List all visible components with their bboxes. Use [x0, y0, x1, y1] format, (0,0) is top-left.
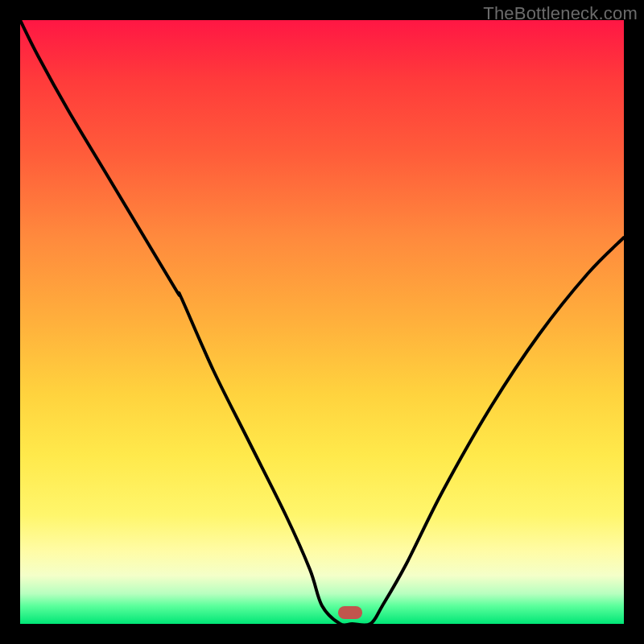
- plot-area: [20, 20, 624, 624]
- bottleneck-curve: [20, 20, 624, 624]
- optimal-marker: [338, 606, 362, 619]
- curve-path: [20, 20, 624, 625]
- chart-frame: TheBottleneck.com: [0, 0, 644, 644]
